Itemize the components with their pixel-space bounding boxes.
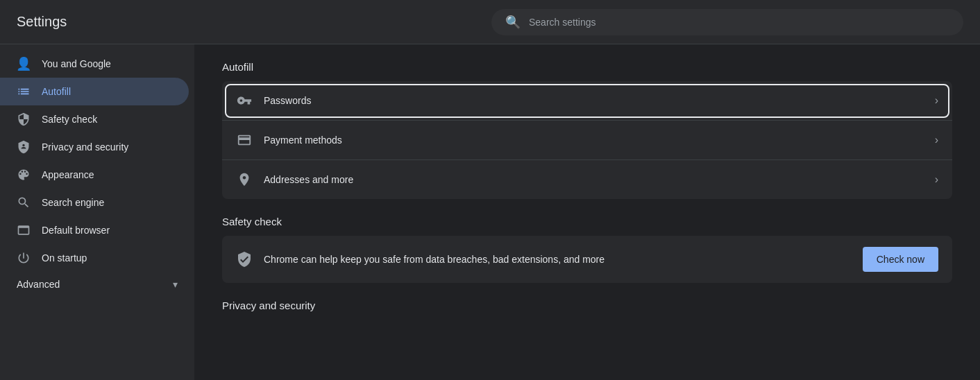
sidebar-item-autofill[interactable]: Autofill [0, 78, 189, 105]
sidebar-item-search-engine[interactable]: Search engine [0, 189, 189, 216]
key-icon [236, 92, 253, 109]
power-icon [17, 251, 31, 265]
sidebar-label: You and Google [42, 58, 111, 69]
chevron-right-icon: › [935, 173, 938, 186]
search-icon [17, 196, 31, 209]
safety-check-card: Chrome can help keep you safe from data … [222, 236, 952, 283]
list-icon [17, 85, 31, 98]
palette-icon [17, 168, 31, 182]
passwords-row[interactable]: Passwords › [222, 81, 952, 121]
sidebar-item-you-and-google[interactable]: 👤 You and Google [0, 50, 189, 78]
sidebar-item-safety-check[interactable]: Safety check [0, 105, 189, 133]
sidebar-item-appearance[interactable]: Appearance [0, 161, 189, 189]
browser-icon [17, 223, 31, 237]
sidebar-label: Default browser [42, 225, 110, 236]
autofill-card: Passwords › Payment methods › Addresses … [222, 81, 952, 199]
safety-check-text: Chrome can help keep you safe from data … [264, 254, 852, 265]
sidebar-label: Search engine [42, 197, 104, 208]
page-title: Settings [17, 14, 67, 30]
advanced-label: Advanced [17, 279, 60, 290]
autofill-section-title: Autofill [222, 61, 952, 73]
credit-card-icon [236, 132, 253, 148]
chevron-down-icon: ▾ [173, 279, 178, 290]
chevron-right-icon: › [935, 134, 938, 146]
search-bar[interactable]: 🔍 [491, 9, 963, 35]
location-pin-icon [236, 171, 253, 188]
person-icon: 👤 [17, 57, 31, 71]
sidebar-item-advanced[interactable]: Advanced ▾ [0, 272, 194, 297]
payment-methods-row[interactable]: Payment methods › [222, 121, 952, 160]
check-now-button[interactable]: Check now [863, 247, 938, 272]
passwords-label: Passwords [264, 95, 924, 106]
search-input[interactable] [529, 17, 949, 28]
sidebar-item-privacy-and-security[interactable]: Privacy and security [0, 133, 189, 161]
shield-check-icon [236, 251, 253, 268]
chevron-right-icon: › [935, 94, 938, 107]
shield-icon [17, 112, 31, 126]
passwords-row-wrapper: Passwords › [222, 81, 952, 121]
main-content: Autofill Passwords › Payment methods › [194, 44, 980, 380]
header: Settings 🔍 [0, 0, 980, 44]
privacy-section-title: Privacy and security [222, 300, 952, 314]
sidebar-item-default-browser[interactable]: Default browser [0, 216, 189, 244]
addresses-row[interactable]: Addresses and more › [222, 160, 952, 199]
body-layout: 👤 You and Google Autofill Safety check P… [0, 44, 980, 380]
sidebar-label: Appearance [42, 169, 94, 180]
sidebar-label: Autofill [42, 86, 71, 97]
safety-check-section-title: Safety check [222, 216, 952, 227]
sidebar: 👤 You and Google Autofill Safety check P… [0, 44, 194, 380]
shield-lock-icon [17, 140, 31, 154]
sidebar-label: Privacy and security [42, 141, 128, 153]
sidebar-label: On startup [42, 252, 87, 264]
safety-check-row: Chrome can help keep you safe from data … [222, 236, 952, 283]
payment-methods-label: Payment methods [264, 135, 924, 146]
addresses-label: Addresses and more [264, 174, 924, 185]
search-icon: 🔍 [505, 15, 521, 30]
sidebar-item-on-startup[interactable]: On startup [0, 244, 189, 272]
sidebar-label: Safety check [42, 114, 97, 125]
